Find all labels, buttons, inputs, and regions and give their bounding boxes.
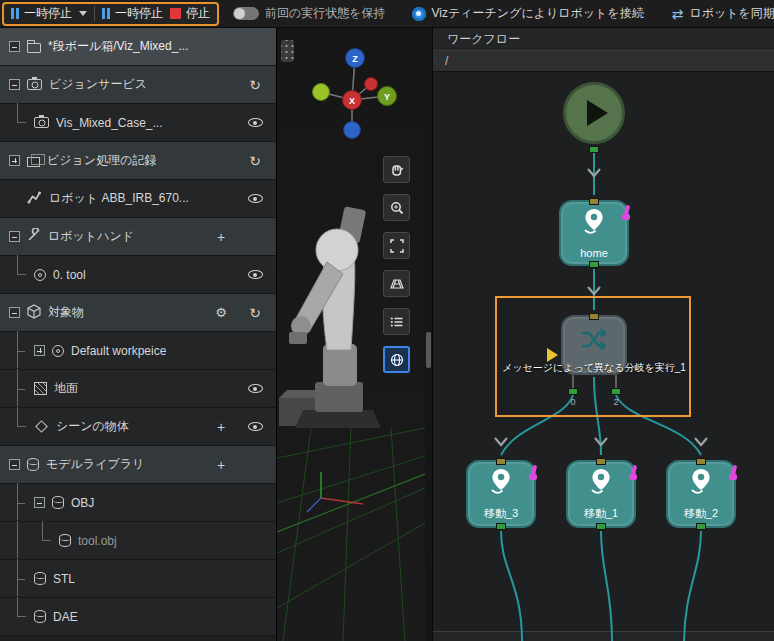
sync-robot-icon: ⇄ (672, 7, 684, 21)
input-port[interactable] (589, 198, 599, 205)
collapse-icon[interactable] (9, 307, 20, 318)
add-icon[interactable]: + (204, 458, 238, 472)
node-move-3[interactable]: 移動_3 (466, 460, 536, 528)
node-home[interactable]: home (559, 200, 629, 266)
camera-icon (34, 117, 49, 128)
project-label: *段ボール箱/Viz_Mixed_... (48, 38, 188, 55)
gear-icon[interactable]: ⚙ (204, 306, 238, 319)
collapse-icon[interactable] (9, 41, 20, 52)
input-port[interactable] (496, 458, 506, 465)
sidebar-item-dae[interactable]: DAE (0, 598, 276, 636)
magnifier-icon (389, 200, 405, 216)
collapse-icon[interactable] (34, 497, 45, 508)
sidebar-item-tool[interactable]: 0. tool (0, 256, 276, 294)
sidebar-item-robot-hand[interactable]: ロボットハンド + (0, 218, 276, 256)
sidebar-item-vision-service[interactable]: ビジョンサービス ↻ (0, 66, 276, 104)
eye-icon (248, 270, 263, 279)
viz-teaching-button[interactable]: Vizティーチングによりロボットを接続 (412, 5, 644, 22)
output-port[interactable] (589, 261, 599, 268)
projection-globe-button[interactable] (383, 346, 410, 373)
sidebar-item-ground[interactable]: 地面 (0, 370, 276, 408)
visibility-toggle[interactable] (238, 422, 272, 431)
display-list-button[interactable] (383, 308, 410, 335)
drag-handle[interactable] (281, 40, 294, 62)
sidebar-item-default-workpiece[interactable]: Default workpeice (0, 332, 276, 370)
expand-icon[interactable] (34, 345, 45, 356)
keep-state-group: 前回の実行状態を保持 (219, 5, 386, 22)
tree-connector (9, 598, 27, 635)
sidebar-item-robot[interactable]: ロボット ABB_IRB_670... (0, 180, 276, 218)
sidebar-item-label: DAE (53, 610, 78, 624)
axis-gizmo[interactable]: Z X Y (297, 38, 417, 153)
database-icon (27, 458, 39, 471)
sidebar-item-label: ビジョンサービス (49, 76, 147, 93)
pause-button[interactable]: 一時停止 (11, 5, 72, 22)
sidebar-item-target-objects[interactable]: 対象物 ⚙ ↻ (0, 294, 276, 332)
pause-button-label: 一時停止 (24, 5, 72, 22)
tool-flag-icon (628, 465, 638, 480)
perspective-button[interactable] (383, 270, 410, 297)
location-pin-icon (468, 467, 534, 495)
refresh-icon[interactable]: ↻ (238, 306, 272, 320)
pause-icon (102, 8, 110, 19)
wrench-icon (27, 228, 41, 245)
visibility-toggle[interactable] (238, 270, 272, 279)
start-node[interactable] (563, 82, 625, 144)
sidebar-item-vision-records[interactable]: ビジョン処理の記録 ↻ (0, 142, 276, 180)
play-icon (587, 100, 608, 126)
chevron-down-icon[interactable] (79, 11, 87, 16)
gizmo-x-label: X (349, 96, 355, 106)
tree-connector (34, 522, 52, 559)
visibility-toggle[interactable] (238, 194, 272, 203)
output-port[interactable] (696, 523, 706, 530)
workflow-canvas[interactable]: home メッセージによって異なる分岐を実行_1 0 (433, 72, 774, 641)
stop-button[interactable]: 停止 (170, 5, 210, 22)
start-output-port[interactable] (589, 146, 599, 153)
panel-splitter[interactable] (425, 28, 432, 641)
location-pin-icon (668, 467, 734, 495)
add-icon[interactable]: + (204, 420, 238, 434)
keep-state-toggle[interactable] (233, 7, 259, 20)
visibility-toggle[interactable] (238, 384, 272, 393)
output-port[interactable] (596, 523, 606, 530)
sidebar-item-label: 地面 (54, 380, 78, 397)
add-icon[interactable]: + (204, 230, 238, 244)
viewport-3d[interactable]: Z X Y (277, 28, 425, 641)
sidebar-item-scene-objects[interactable]: シーンの物体 + (0, 408, 276, 446)
sidebar-item-project[interactable]: *段ボール箱/Viz_Mixed_... (0, 28, 276, 66)
sync-robot-button[interactable]: ⇄ ロボットを同期させる (672, 5, 774, 22)
node-move-2[interactable]: 移動_2 (666, 460, 736, 528)
fit-view-button[interactable] (383, 232, 410, 259)
sidebar-item-tool-obj[interactable]: tool.obj (0, 522, 276, 560)
refresh-icon[interactable]: ↻ (238, 154, 272, 168)
robot-arm-icon (27, 190, 42, 207)
sidebar-item-label: tool.obj (78, 534, 117, 548)
sidebar-item-label: Default workpeice (71, 344, 166, 358)
input-port[interactable] (589, 313, 599, 320)
sidebar-item-vis-mixed-case[interactable]: Vis_Mixed_Case_... (0, 104, 276, 142)
node-move-1[interactable]: 移動_1 (566, 460, 636, 528)
workflow-path-input[interactable]: / (433, 50, 774, 72)
branch-output-port-0[interactable] (568, 388, 578, 395)
input-port[interactable] (696, 458, 706, 465)
visibility-toggle[interactable] (238, 118, 272, 127)
location-pin-icon (561, 207, 627, 235)
sidebar-item-obj[interactable]: OBJ (0, 484, 276, 522)
collapse-icon[interactable] (9, 459, 20, 470)
collapse-icon[interactable] (9, 79, 20, 90)
zoom-button[interactable] (383, 194, 410, 221)
pan-hand-button[interactable] (383, 156, 410, 183)
collapse-icon[interactable] (9, 231, 20, 242)
output-port[interactable] (496, 523, 506, 530)
branch-output-port-2[interactable] (611, 388, 621, 395)
refresh-icon[interactable]: ↻ (238, 78, 272, 92)
sidebar-item-stl[interactable]: STL (0, 560, 276, 598)
expand-icon[interactable] (9, 155, 20, 166)
sync-robot-label: ロボットを同期させる (689, 5, 774, 22)
sidebar-item-label: ロボット ABB_IRB_670... (49, 190, 189, 207)
pause-secondary-button[interactable]: 一時停止 (102, 5, 163, 22)
sidebar-item-model-library[interactable]: モデルライブラリ + (0, 446, 276, 484)
viz-teaching-label: Vizティーチングによりロボットを接続 (432, 5, 644, 22)
input-port[interactable] (596, 458, 606, 465)
perspective-grid-icon (389, 276, 405, 292)
